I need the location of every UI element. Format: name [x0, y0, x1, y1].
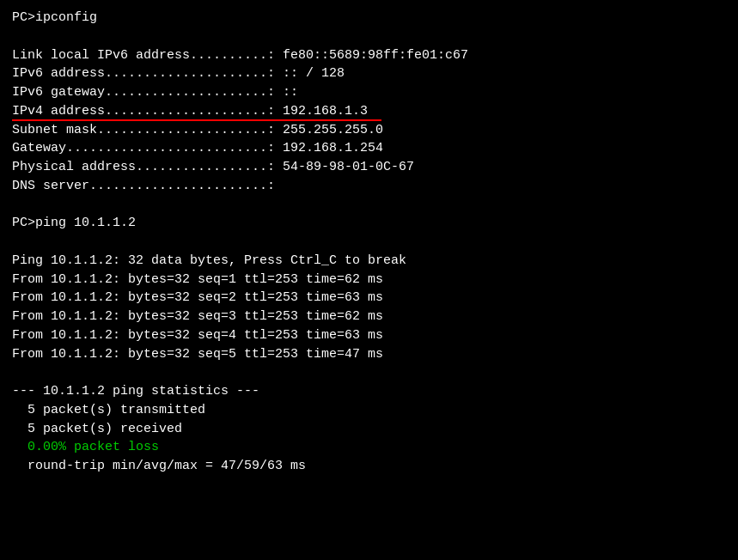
terminal-text-ipv6-gateway: IPv6 gateway.....................: ::	[12, 83, 726, 102]
terminal-text-ping-header: Ping 10.1.1.2: 32 data bytes, Press Ctrl…	[12, 252, 726, 271]
terminal-text-dns-server: DNS server.......................:	[12, 177, 726, 196]
terminal-text-stats-transmitted: 5 packet(s) transmitted	[12, 401, 726, 420]
terminal-line-stats-roundtrip: round-trip min/avg/max = 47/59/63 ms	[12, 457, 726, 476]
terminal-line-physical-address: Physical address.................: 54-89…	[12, 158, 726, 177]
terminal-text-ping-seq2: From 10.1.1.2: bytes=32 seq=2 ttl=253 ti…	[12, 289, 726, 307]
terminal-text-stats-received: 5 packet(s) received	[12, 420, 726, 439]
terminal-line-ipv6-link-local: Link local IPv6 address..........: fe80:…	[12, 46, 726, 65]
terminal-line-stats-loss: 0.00% packet loss	[12, 438, 726, 457]
terminal-text-physical-address: Physical address.................: 54-89…	[12, 158, 726, 177]
terminal-line-dns-server: DNS server.......................:	[12, 177, 726, 196]
terminal-line-cmd-ipconfig: PC>ipconfig	[12, 9, 726, 27]
terminal-line-gateway: Gateway..........................: 192.1…	[12, 139, 726, 158]
terminal-text-cmd-ping: PC>ping 10.1.1.2	[12, 214, 726, 233]
terminal-line-subnet-mask: Subnet mask......................: 255.2…	[12, 121, 726, 140]
terminal-line-stats-received: 5 packet(s) received	[12, 420, 726, 439]
terminal-text-ipv4-address: IPv4 address.....................: 192.1…	[12, 102, 726, 121]
terminal-line-ping-header: Ping 10.1.1.2: 32 data bytes, Press Ctrl…	[12, 252, 726, 271]
terminal-line-ping-seq3: From 10.1.1.2: bytes=32 seq=3 ttl=253 ti…	[12, 307, 726, 326]
terminal-text-ipv6-link-local: Link local IPv6 address..........: fe80:…	[12, 46, 726, 65]
terminal-line-ipv4-address: IPv4 address.....................: 192.1…	[12, 102, 726, 121]
terminal-blank-line	[12, 27, 726, 46]
terminal-text-ping-seq1: From 10.1.1.2: bytes=32 seq=1 ttl=253 ti…	[12, 271, 726, 289]
terminal-text-ping-seq5: From 10.1.1.2: bytes=32 seq=5 ttl=253 ti…	[12, 345, 726, 364]
terminal-line-ipv6-address: IPv6 address.....................: :: / …	[12, 64, 726, 83]
terminal-text-ipv6-address: IPv6 address.....................: :: / …	[12, 64, 726, 83]
terminal-line-stats-transmitted: 5 packet(s) transmitted	[12, 401, 726, 420]
terminal-text-gateway: Gateway..........................: 192.1…	[12, 139, 726, 158]
terminal-line-ipv6-gateway: IPv6 gateway.....................: ::	[12, 83, 726, 102]
terminal-text-ping-seq4: From 10.1.1.2: bytes=32 seq=4 ttl=253 ti…	[12, 326, 726, 345]
terminal-blank-line	[12, 196, 726, 215]
terminal-text-stats-roundtrip: round-trip min/avg/max = 47/59/63 ms	[12, 457, 726, 476]
terminal-line-ping-seq4: From 10.1.1.2: bytes=32 seq=4 ttl=253 ti…	[12, 326, 726, 345]
terminal-blank-line	[12, 363, 726, 382]
terminal-line-cmd-ping: PC>ping 10.1.1.2	[12, 214, 726, 233]
terminal-line-stats-header: --- 10.1.1.2 ping statistics ---	[12, 382, 726, 401]
terminal-line-ping-seq2: From 10.1.1.2: bytes=32 seq=2 ttl=253 ti…	[12, 289, 726, 307]
terminal-text-stats-loss: 0.00% packet loss	[12, 438, 726, 457]
terminal-line-ping-seq5: From 10.1.1.2: bytes=32 seq=5 ttl=253 ti…	[12, 345, 726, 364]
terminal-text-ping-seq3: From 10.1.1.2: bytes=32 seq=3 ttl=253 ti…	[12, 307, 726, 326]
terminal-text-stats-header: --- 10.1.1.2 ping statistics ---	[12, 382, 726, 401]
terminal-text-subnet-mask: Subnet mask......................: 255.2…	[12, 121, 726, 140]
terminal-text-cmd-ipconfig: PC>ipconfig	[12, 9, 726, 27]
terminal-window: PC>ipconfigLink local IPv6 address......…	[0, 0, 738, 560]
terminal-blank-line	[12, 233, 726, 252]
terminal-line-ping-seq1: From 10.1.1.2: bytes=32 seq=1 ttl=253 ti…	[12, 271, 726, 289]
